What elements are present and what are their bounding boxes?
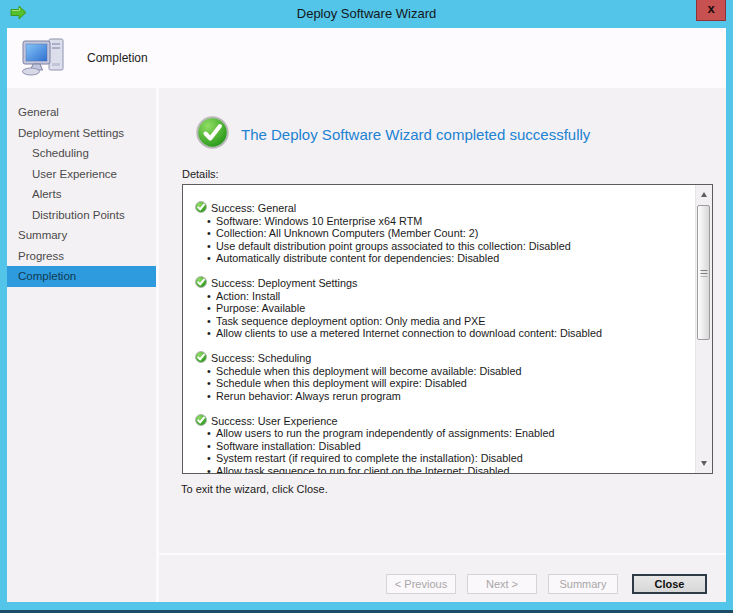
detail-item: •Automatically distribute content for de… <box>195 252 682 265</box>
sidebar-item-summary[interactable]: Summary <box>7 225 156 246</box>
details-section-success-general: Success: General•Software: Windows 10 En… <box>195 202 682 265</box>
window-title: Deploy Software Wizard <box>0 6 733 21</box>
detail-item: •Action: Install <box>195 290 682 303</box>
section-heading: Success: General <box>211 202 296 215</box>
detail-item: •Rerun behavior: Always rerun program <box>195 390 682 403</box>
close-button[interactable]: x <box>696 0 726 21</box>
section-heading: Success: User Experience <box>211 415 338 428</box>
button-bar: < PreviousNext >SummaryClose <box>159 555 726 602</box>
details-label: Details: <box>182 168 726 180</box>
detail-item: •Allow task sequence to run for client o… <box>195 465 682 475</box>
success-check-icon <box>195 201 207 213</box>
detail-item: •Allow users to run the program independ… <box>195 427 682 440</box>
detail-item: •Schedule when this deployment will beco… <box>195 365 682 378</box>
wizard-header: Completion <box>7 28 726 88</box>
success-check-icon <box>195 414 207 426</box>
section-heading: Success: Deployment Settings <box>211 277 357 290</box>
status-message: The Deploy Software Wizard completed suc… <box>241 126 590 143</box>
sidebar-item-general[interactable]: General <box>7 102 156 123</box>
sidebar-nav: GeneralDeployment SettingsSchedulingUser… <box>7 88 156 602</box>
detail-item: •Collection: All Unknown Computers (Memb… <box>195 227 682 240</box>
details-section-success-scheduling: Success: Scheduling•Schedule when this d… <box>195 352 682 402</box>
next-button[interactable]: Next > <box>467 574 537 594</box>
sidebar-item-deployment-settings[interactable]: Deployment Settings <box>7 123 156 144</box>
titlebar[interactable]: Deploy Software Wizard x <box>0 0 733 28</box>
sidebar-item-progress[interactable]: Progress <box>7 246 156 267</box>
success-check-icon <box>195 351 207 363</box>
scrollbar-grip-icon <box>700 269 707 276</box>
computer-icon <box>21 36 67 80</box>
detail-item: •System restart (if required to complete… <box>195 452 682 465</box>
sidebar-item-alerts[interactable]: Alerts <box>7 184 156 205</box>
scroll-up-icon[interactable] <box>696 186 712 203</box>
close-wizard-button[interactable]: Close <box>632 574 707 594</box>
details-box[interactable]: Success: General•Software: Windows 10 En… <box>182 184 713 474</box>
details-scrollbar[interactable] <box>695 185 712 473</box>
section-heading: Success: Scheduling <box>211 352 311 365</box>
completion-page: The Deploy Software Wizard completed suc… <box>159 88 726 553</box>
scroll-down-icon[interactable] <box>696 455 712 472</box>
detail-item: •Task sequence deployment option: Only m… <box>195 315 682 328</box>
close-icon: x <box>707 2 714 15</box>
deploy-software-wizard-window: Deploy Software Wizard x <box>0 0 733 613</box>
detail-item: •Purpose: Available <box>195 302 682 315</box>
status-row: The Deploy Software Wizard completed suc… <box>196 116 726 153</box>
previous-button[interactable]: < Previous <box>386 574 456 594</box>
window-frame: Completion GeneralDeployment SettingsSch… <box>0 28 733 602</box>
summary-button[interactable]: Summary <box>548 574 618 594</box>
sidebar-item-distribution-points[interactable]: Distribution Points <box>7 205 156 226</box>
detail-item: •Allow clients to use a metered Internet… <box>195 327 682 340</box>
sidebar-item-scheduling[interactable]: Scheduling <box>7 143 156 164</box>
exit-note: To exit the wizard, click Close. <box>181 483 726 495</box>
details-section-success-deployment-settings: Success: Deployment Settings•Action: Ins… <box>195 277 682 340</box>
success-check-icon <box>195 276 207 288</box>
detail-item: •Software installation: Disabled <box>195 440 682 453</box>
detail-item: •Use default distribution point groups a… <box>195 240 682 253</box>
detail-item: •Software: Windows 10 Enterprise x64 RTM <box>195 215 682 228</box>
scroll-thumb[interactable] <box>697 205 710 340</box>
details-content: Success: General•Software: Windows 10 En… <box>183 185 712 474</box>
page-title: Completion <box>87 51 148 65</box>
detail-item: •Schedule when this deployment will expi… <box>195 377 682 390</box>
sidebar-item-user-experience[interactable]: User Experience <box>7 164 156 185</box>
sidebar-item-completion[interactable]: Completion <box>7 266 156 287</box>
success-icon <box>196 116 229 153</box>
details-section-success-user-experience: Success: User Experience•Allow users to … <box>195 415 682 475</box>
